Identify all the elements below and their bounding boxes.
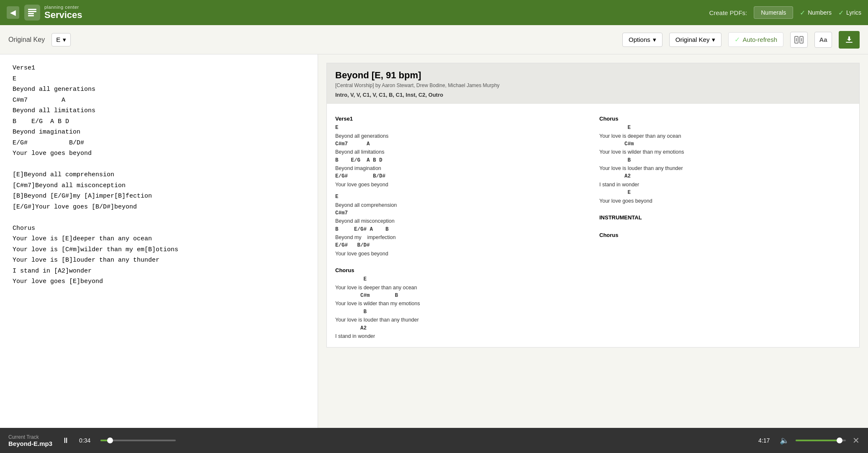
progress-thumb	[107, 438, 113, 443]
chord: C#m B	[335, 292, 587, 300]
logo-text: planning center Services	[44, 5, 82, 21]
app-name-small: planning center	[44, 5, 82, 10]
svg-rect-0	[28, 9, 36, 10]
svg-rect-1	[28, 11, 36, 12]
original-key-label: Original Key	[8, 36, 45, 44]
lyric: Your love goes beyond	[599, 197, 851, 205]
player-close-button[interactable]: ✕	[853, 435, 860, 445]
chord: E	[335, 124, 587, 132]
app-logo: planning center Services	[24, 5, 82, 21]
numbers-label: Numbers	[808, 9, 832, 16]
song-sheet: Beyond [E, 91 bpm] [Central Worship] by …	[326, 63, 860, 347]
chord: C#m	[599, 140, 851, 148]
player-total-time: 4:17	[758, 437, 773, 444]
lyrics-check-icon: ✓	[838, 9, 844, 17]
options-label: Options	[629, 36, 650, 43]
chord: E	[335, 275, 587, 283]
chord: E/G# B/D#	[335, 172, 587, 180]
chord: B E/G# A B	[335, 226, 587, 234]
original-key-dropdown-icon: ▾	[712, 36, 715, 44]
chorus1-label: Chorus	[335, 266, 587, 275]
player-current-time: 0:34	[79, 437, 94, 444]
lyric: Your love is wilder than my emotions	[599, 148, 851, 156]
instrumental-label: INSTRUMENTAL	[599, 214, 851, 222]
player-track-info: Current Track Beyond-E.mp3	[8, 434, 52, 447]
volume-thumb	[837, 438, 842, 443]
svg-rect-8	[846, 42, 853, 43]
chord: E	[599, 124, 851, 132]
numbers-button[interactable]: ✓ Numbers	[800, 9, 832, 17]
song-header: Beyond [E, 91 bpm] [Central Worship] by …	[327, 63, 859, 104]
auto-refresh-label: Auto-refresh	[742, 36, 777, 43]
chord: E	[599, 189, 851, 197]
logo-icon	[24, 5, 40, 21]
song-title: Beyond [E, 91 bpm]	[335, 70, 851, 81]
progress-bar[interactable]	[100, 440, 176, 441]
svg-rect-2	[28, 13, 34, 14]
play-pause-button[interactable]: ⏸	[59, 434, 72, 447]
toolbar: Original Key E ▾ Options ▾ Original Key …	[0, 25, 868, 54]
chord: A2	[599, 172, 851, 180]
app-header: ◀ planning center Services Create PDFs: …	[0, 0, 868, 25]
main-content: Verse1 E Beyond all generations C#m7 A B…	[0, 54, 868, 428]
chord: E/G# B/D#	[335, 242, 587, 250]
app-name-large: Services	[44, 10, 82, 21]
song-meta: [Central Worship] by Aaron Stewart, Drew…	[335, 82, 851, 88]
lyrics-label: Lyrics	[846, 9, 861, 16]
lyric: Your love is deeper than any ocean	[335, 284, 587, 292]
key-dropdown-icon: ▾	[63, 36, 66, 44]
chord: E	[335, 193, 587, 201]
lyric: Your love is louder than any thunder	[599, 165, 851, 172]
create-pdfs-label: Create PDFs:	[709, 9, 747, 16]
font-size-button[interactable]: Aa	[814, 32, 832, 48]
compare-icon-button[interactable]	[790, 32, 808, 48]
lyric: Your love is wilder than my emotions	[335, 300, 587, 308]
chord: B E/G A B D	[335, 157, 587, 165]
key-select[interactable]: E ▾	[51, 33, 71, 46]
volume-slider[interactable]	[796, 440, 846, 441]
lyric: Your love is louder than any thunder	[335, 316, 587, 324]
song-sheet-panel: Beyond [E, 91 bpm] [Central Worship] by …	[318, 54, 868, 428]
lyric: Beyond all comprehension	[335, 201, 587, 209]
auto-refresh-check-icon: ✓	[734, 36, 740, 44]
chord: C#m7 A	[335, 140, 587, 148]
chord: B	[599, 157, 851, 165]
lyric: Beyond all generations	[335, 132, 587, 140]
back-button[interactable]: ◀	[7, 6, 19, 19]
original-key-btn-label: Original Key	[675, 36, 710, 43]
chorus2-label: Chorus	[599, 115, 851, 123]
lyric: Beyond all limitations	[335, 148, 587, 156]
lyrics-button[interactable]: ✓ Lyrics	[838, 9, 861, 17]
volume-icon[interactable]: 🔈	[780, 436, 789, 445]
lyric: I stand in wonder	[599, 181, 851, 189]
header-right: Create PDFs: Numerals ✓ Numbers ✓ Lyrics	[709, 6, 861, 19]
original-key-button[interactable]: Original Key ▾	[669, 33, 722, 47]
song-arrangement: Intro, V, V, C1, V, C1, B, C1, Inst, C2,…	[335, 92, 851, 98]
song-body: Verse1 E Beyond all generations C#m7 A B…	[327, 104, 859, 347]
auto-refresh-button[interactable]: ✓ Auto-refresh	[728, 32, 783, 47]
player-filename: Beyond-E.mp3	[8, 440, 52, 447]
song-column-2: Chorus E Your love is deeper than any oc…	[599, 111, 851, 340]
lyric: Your love goes beyond	[335, 181, 587, 189]
numerals-button[interactable]: Numerals	[754, 6, 793, 19]
lyric: Your love is deeper than any ocean	[599, 132, 851, 140]
lyric: Beyond my imperfection	[335, 234, 587, 242]
lyric: Your love goes beyond	[335, 250, 587, 258]
svg-rect-3	[28, 15, 34, 16]
audio-player: Current Track Beyond-E.mp3 ⏸ 0:34 4:17 🔈…	[0, 428, 868, 453]
options-button[interactable]: Options ▾	[622, 33, 663, 47]
song-column-1: Verse1 E Beyond all generations C#m7 A B…	[335, 111, 587, 340]
chorus3-label: Chorus	[599, 231, 851, 239]
lyric: I stand in wonder	[335, 332, 587, 340]
current-track-label: Current Track	[8, 434, 52, 440]
volume-fill	[796, 440, 838, 441]
verse1-label: Verse1	[335, 115, 587, 123]
lyric: Beyond all misconception	[335, 217, 587, 225]
key-value: E	[56, 36, 60, 43]
chord: B	[335, 308, 587, 316]
numbers-check-icon: ✓	[800, 9, 805, 17]
chord-editor-content: Verse1 E Beyond all generations C#m7 A B…	[13, 63, 305, 287]
chord: C#m7	[335, 209, 587, 217]
download-button[interactable]	[839, 31, 860, 49]
chord-editor-panel[interactable]: Verse1 E Beyond all generations C#m7 A B…	[0, 54, 318, 428]
